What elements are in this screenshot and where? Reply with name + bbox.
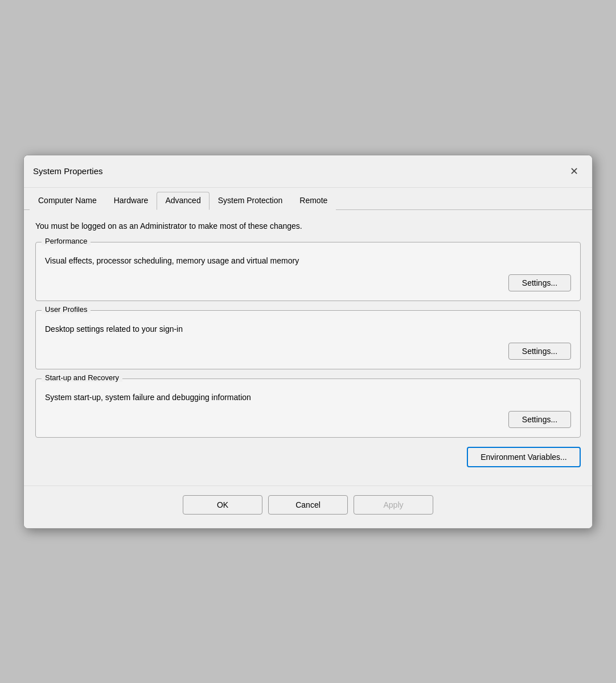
user-profiles-settings-button[interactable]: Settings... bbox=[508, 343, 571, 360]
dialog-title: System Properties bbox=[33, 166, 103, 176]
tabs-bar: Computer Name Hardware Advanced System P… bbox=[24, 188, 592, 210]
tab-content: You must be logged on as an Administrato… bbox=[24, 210, 592, 485]
system-properties-dialog: System Properties ✕ Computer Name Hardwa… bbox=[23, 155, 593, 529]
tab-system-protection[interactable]: System Protection bbox=[210, 192, 291, 210]
performance-description: Visual effects, processor scheduling, me… bbox=[45, 256, 571, 265]
footer-bar: OK Cancel Apply bbox=[24, 485, 592, 528]
tab-remote[interactable]: Remote bbox=[291, 192, 336, 210]
admin-info-text: You must be logged on as an Administrato… bbox=[35, 219, 581, 233]
performance-settings-button[interactable]: Settings... bbox=[508, 274, 571, 291]
startup-recovery-description: System start-up, system failure and debu… bbox=[45, 393, 571, 402]
user-profiles-legend: User Profiles bbox=[42, 305, 91, 314]
env-vars-row: Environment Variables... bbox=[35, 447, 581, 467]
ok-button[interactable]: OK bbox=[183, 495, 262, 515]
startup-recovery-group: Start-up and Recovery System start-up, s… bbox=[35, 378, 581, 438]
apply-button[interactable]: Apply bbox=[354, 495, 433, 515]
environment-variables-button[interactable]: Environment Variables... bbox=[467, 447, 581, 467]
performance-group: Performance Visual effects, processor sc… bbox=[35, 242, 581, 301]
startup-recovery-legend: Start-up and Recovery bbox=[42, 373, 122, 382]
performance-legend: Performance bbox=[42, 237, 91, 245]
title-bar: System Properties ✕ bbox=[24, 155, 592, 188]
tab-computer-name[interactable]: Computer Name bbox=[30, 192, 105, 210]
performance-group-content: Visual effects, processor scheduling, me… bbox=[36, 242, 580, 301]
user-profiles-group-content: Desktop settings related to your sign-in… bbox=[36, 311, 580, 369]
startup-recovery-group-content: System start-up, system failure and debu… bbox=[36, 379, 580, 437]
tab-advanced[interactable]: Advanced bbox=[157, 192, 209, 210]
cancel-button[interactable]: Cancel bbox=[268, 495, 348, 515]
user-profiles-group: User Profiles Desktop settings related t… bbox=[35, 310, 581, 369]
tab-hardware[interactable]: Hardware bbox=[105, 192, 157, 210]
user-profiles-description: Desktop settings related to your sign-in bbox=[45, 324, 571, 334]
startup-recovery-settings-button[interactable]: Settings... bbox=[508, 411, 571, 428]
close-button[interactable]: ✕ bbox=[565, 162, 583, 180]
